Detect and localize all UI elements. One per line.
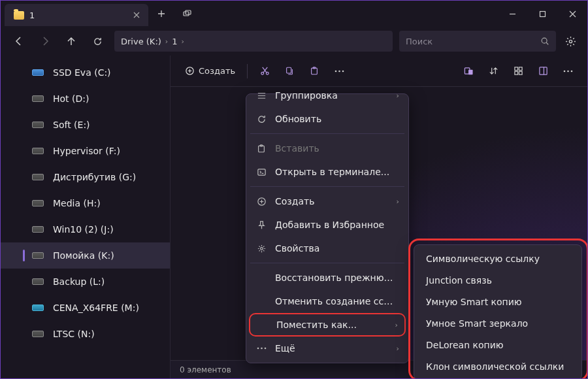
sidebar-item-label: LTSC (N:) <box>53 329 95 339</box>
maximize-button[interactable] <box>527 1 557 27</box>
sidebar-item[interactable]: CENA_X64FRE (M:) <box>1 295 170 321</box>
svg-rect-0 <box>184 12 189 16</box>
breadcrumb-part[interactable]: 1 <box>172 37 177 46</box>
tab-overflow-button[interactable] <box>174 10 201 18</box>
sidebar-item[interactable]: Помойка (K:) <box>1 242 170 269</box>
navbar: Drive (K:) › 1 › Поиск <box>1 27 587 56</box>
svg-point-28 <box>260 247 263 250</box>
context-menu: Группировка›ОбновитьВставитьОткрыть в те… <box>246 93 409 363</box>
sidebar-item[interactable]: Backup (L:) <box>1 269 170 295</box>
sidebar-item[interactable]: Win10 (2) (J:) <box>1 216 170 242</box>
plus-circle-icon <box>255 197 267 206</box>
submenu-item[interactable]: Умное Smart зеркало <box>417 312 579 334</box>
sidebar-item-label: Помойка (K:) <box>53 250 114 261</box>
folder-icon <box>14 11 24 20</box>
sidebar-item[interactable]: Soft (E:) <box>1 112 170 138</box>
refresh-icon <box>255 114 267 124</box>
cut-button[interactable] <box>253 60 276 82</box>
new-tab-button[interactable] <box>148 10 174 18</box>
menu-item[interactable]: Группировка› <box>249 84 406 107</box>
sidebar-item-label: Hypervisor (F:) <box>53 146 120 156</box>
menu-item[interactable]: Восстановить прежнюю ве... <box>249 266 406 289</box>
search-icon <box>540 37 549 46</box>
tab-active[interactable]: 1 <box>5 4 148 26</box>
menu-item[interactable]: Создать› <box>249 190 406 213</box>
group-icon <box>255 91 267 101</box>
window-controls <box>497 1 587 27</box>
search-placeholder: Поиск <box>406 37 433 46</box>
overflow-button[interactable] <box>556 60 580 82</box>
plus-circle-icon <box>185 66 195 76</box>
minimize-button[interactable] <box>497 1 527 27</box>
separator <box>247 64 248 78</box>
sidebar-item[interactable]: LTSC (N:) <box>1 321 170 347</box>
back-button[interactable] <box>6 29 32 53</box>
svg-point-6 <box>261 72 264 74</box>
forward-button[interactable] <box>32 29 58 53</box>
menu-item[interactable]: Открыть в терминале... <box>249 160 406 184</box>
more-toolbar-button[interactable] <box>327 60 351 82</box>
layout-button[interactable] <box>506 60 530 82</box>
breadcrumb[interactable]: Drive (K:) › 1 › <box>114 31 393 52</box>
search-input[interactable]: Поиск <box>399 31 556 52</box>
menu-item[interactable]: Обновить <box>249 107 406 131</box>
menu-item-label: Открыть в терминале... <box>275 167 399 177</box>
svg-point-12 <box>338 70 340 72</box>
breadcrumb-part[interactable]: Drive (K:) <box>121 37 161 46</box>
drive-icon <box>32 278 44 285</box>
sidebar-item[interactable]: Media (H:) <box>1 190 170 216</box>
titlebar-drag[interactable] <box>201 1 497 27</box>
refresh-button[interactable] <box>84 29 110 53</box>
sidebar[interactable]: SSD Eva (C:)Hot (D:)Soft (E:)Hypervisor … <box>1 56 171 378</box>
menu-item-label: Свойства <box>275 243 399 254</box>
sidebar-item-label: Soft (E:) <box>53 120 90 130</box>
menu-item[interactable]: Отменить создание ссылки <box>249 289 406 313</box>
sidebar-item-label: Дистрибутив (G:) <box>53 172 136 182</box>
svg-point-21 <box>563 70 565 72</box>
sidebar-item[interactable]: Hypervisor (F:) <box>1 138 170 164</box>
menu-item-label: Группировка <box>275 90 389 101</box>
submenu-item[interactable]: Умную Smart копию <box>417 291 579 312</box>
toolbar: Создать <box>171 56 587 87</box>
menu-item-label: Восстановить прежнюю ве... <box>275 272 399 283</box>
tab-title: 1 <box>29 10 126 20</box>
settings-button[interactable] <box>559 29 582 53</box>
sidebar-item-label: Backup (L:) <box>53 276 105 287</box>
sidebar-item-label: Win10 (2) (J:) <box>53 224 114 235</box>
menu-item-label: Ещё <box>275 343 389 354</box>
sidebar-item[interactable]: Дистрибутив (G:) <box>1 164 170 190</box>
menu-item[interactable]: Ещё› <box>249 337 406 360</box>
submenu-item[interactable]: Символическую ссылку <box>417 248 579 269</box>
close-icon[interactable] <box>131 10 142 20</box>
drive-icon <box>32 226 44 233</box>
place-as-submenu: Символическую ссылкуJunction связьУмную … <box>414 244 582 379</box>
details-pane-button[interactable] <box>531 60 555 82</box>
window-close-button[interactable] <box>557 1 587 27</box>
create-label: Создать <box>199 66 235 76</box>
copy-button[interactable] <box>278 60 301 82</box>
submenu-item[interactable]: Junction связь <box>417 269 579 291</box>
menu-item[interactable]: Свойства <box>249 237 406 260</box>
create-button[interactable]: Создать <box>178 60 242 82</box>
svg-point-3 <box>542 38 547 43</box>
svg-point-23 <box>570 70 572 72</box>
svg-rect-1 <box>186 10 191 14</box>
svg-rect-20 <box>539 67 546 74</box>
paste-button[interactable] <box>302 60 326 82</box>
drive-icon <box>32 148 44 154</box>
svg-rect-19 <box>519 71 522 74</box>
sidebar-item[interactable]: Hot (D:) <box>1 86 170 112</box>
menu-item[interactable]: Добавить в Избранное <box>249 213 406 237</box>
svg-rect-24 <box>259 146 265 152</box>
preview-pane-button[interactable] <box>457 60 480 82</box>
up-button[interactable] <box>58 29 84 53</box>
submenu-item[interactable]: DeLorean копию <box>417 334 579 355</box>
pin-icon <box>255 220 267 230</box>
submenu-item[interactable]: Клон символической ссылки <box>417 355 579 377</box>
menu-item-label: Добавить в Избранное <box>275 220 399 230</box>
svg-rect-2 <box>540 11 545 16</box>
chevron-right-icon: › <box>395 321 398 329</box>
sort-button[interactable] <box>482 60 505 82</box>
menu-item[interactable]: Поместить как...› <box>249 313 406 337</box>
sidebar-item[interactable]: SSD Eva (C:) <box>1 59 170 86</box>
